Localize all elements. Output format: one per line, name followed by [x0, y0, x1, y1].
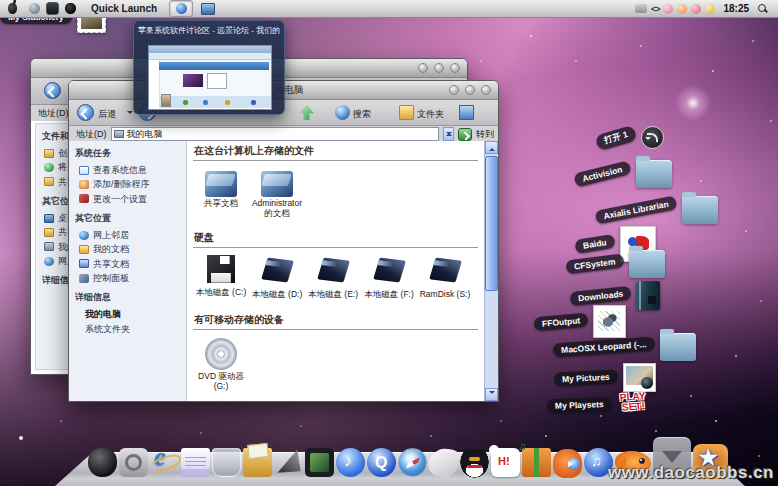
stack-item-label: Downloads	[569, 285, 631, 305]
back-dropdown-icon[interactable]	[127, 111, 133, 117]
dock-icon[interactable]	[398, 448, 427, 477]
drive-item[interactable]: 本地磁盘 (D:)	[249, 254, 305, 300]
dock-icon[interactable]	[212, 448, 241, 477]
dock-icon[interactable]	[460, 449, 489, 478]
stack-item-icon[interactable]	[682, 196, 718, 224]
place-link[interactable]: 共享文档	[69, 257, 186, 271]
window-button-icon[interactable]	[418, 63, 428, 73]
network-globe-icon[interactable]	[29, 3, 40, 14]
dock-icon[interactable]	[274, 448, 303, 477]
stack-item-icon[interactable]: PLAY SET!	[617, 392, 649, 418]
go-button[interactable]	[458, 128, 472, 141]
task-link[interactable]: 更改一个设置	[69, 192, 186, 206]
watermark: www.daocaobbs.cn	[608, 463, 774, 483]
stack-item-icon[interactable]	[641, 126, 664, 149]
apple-menu-icon[interactable]	[8, 3, 17, 14]
browser-globe-icon	[176, 3, 187, 14]
scroll-down-icon[interactable]	[485, 388, 498, 401]
place-link[interactable]: 网上邻居	[69, 228, 186, 242]
drive-item-label: RamDisk (S:)	[417, 290, 473, 300]
stack-item-icon[interactable]	[629, 250, 665, 278]
display-icon[interactable]	[46, 2, 59, 15]
folders-icon[interactable]	[399, 105, 414, 120]
stack-item-icon[interactable]	[636, 160, 672, 188]
dock-icon[interactable]	[181, 448, 210, 477]
spotlight-search-icon[interactable]	[757, 3, 768, 14]
dock-icon[interactable]	[522, 448, 551, 477]
stack-item[interactable]: Axialis Librarian	[595, 196, 718, 224]
window-button-icon[interactable]	[450, 63, 460, 73]
code-brackets-icon[interactable]: <>	[651, 4, 660, 14]
vertical-scrollbar[interactable]	[484, 141, 498, 401]
dock-icon[interactable]	[336, 448, 365, 477]
stack-item[interactable]: Activision	[574, 160, 672, 188]
dvd-drive-icon	[205, 338, 237, 370]
printer-icon[interactable]	[635, 4, 647, 13]
task-icon	[79, 166, 89, 175]
window-button-icon[interactable]	[481, 85, 491, 95]
stack-item-icon[interactable]	[623, 363, 656, 392]
search-label: 搜索	[353, 108, 371, 121]
stack-item[interactable]: My Playsets PLAY SET!	[547, 392, 649, 418]
thumbnail-toolbar	[149, 53, 271, 60]
file-item[interactable]: Administrator 的文档	[249, 167, 305, 219]
scrollbar-track[interactable]	[485, 154, 498, 388]
scrollbar-thumb[interactable]	[485, 156, 498, 291]
up-folder-icon[interactable]	[299, 105, 314, 120]
dock-icon[interactable]	[553, 449, 582, 478]
dock-icon[interactable]	[426, 445, 461, 480]
stack-item[interactable]: My Pictures	[554, 363, 656, 392]
dock-icon[interactable]: H!	[491, 448, 520, 477]
dock-icon[interactable]	[367, 448, 396, 477]
dock-icon[interactable]	[150, 448, 179, 477]
views-icon[interactable]	[459, 105, 474, 120]
stack-item-icon[interactable]	[660, 333, 696, 361]
taskbar-button-my-computer[interactable]	[197, 1, 219, 16]
qq-face-icon-3[interactable]	[691, 4, 701, 14]
address-dropdown-stepper[interactable]	[443, 127, 454, 141]
group-header: 硬盘	[193, 231, 478, 248]
place-label: 控制面板	[93, 273, 129, 283]
drive-item[interactable]: 本地磁盘 (F:)	[361, 254, 417, 300]
qq-face-icon-2[interactable]	[677, 4, 687, 14]
task-label: 添加/删除程序	[93, 179, 150, 189]
dock-icon[interactable]	[88, 448, 117, 477]
stack-item-label: CFSystem	[565, 254, 624, 275]
task-link[interactable]: 查看系统信息	[69, 163, 186, 177]
window-button-icon[interactable]	[449, 85, 459, 95]
playset-icon-text	[629, 249, 665, 252]
stack-item[interactable]: CFSystem	[566, 250, 665, 278]
apple-small-icon[interactable]	[65, 3, 76, 14]
back-button[interactable]	[77, 104, 94, 121]
qq-face-icon-4[interactable]	[705, 4, 715, 14]
file-item[interactable]: 共享文档	[193, 167, 249, 209]
section-header: 系统任务	[69, 141, 186, 163]
stack-item[interactable]: MacOSX Leopard (-...	[553, 333, 696, 361]
dock-icon[interactable]	[243, 448, 272, 477]
drive-item[interactable]: RamDisk (S:)	[417, 254, 473, 300]
removable-item[interactable]: DVD 驱动器 (G:)	[193, 336, 249, 392]
stack-item[interactable]: 打开 1	[596, 126, 664, 149]
window-preview-popup[interactable]: 苹果系统软件讨论区 - 远景论坛 - 我们的	[133, 20, 285, 115]
dock-icon[interactable]	[305, 448, 334, 477]
address-input[interactable]: 我的电脑	[111, 127, 440, 141]
task-link[interactable]: 添加/删除程序	[69, 177, 186, 191]
dock-icon[interactable]	[119, 448, 148, 477]
place-link[interactable]: 控制面板	[69, 271, 186, 285]
scroll-up-icon[interactable]	[485, 141, 498, 154]
drive-item[interactable]: 本地磁盘 (C:)	[193, 254, 249, 298]
qq-face-icon-1[interactable]	[663, 4, 673, 14]
window-button-icon[interactable]	[465, 85, 475, 95]
drive-item[interactable]: 本地磁盘 (E:)	[305, 254, 361, 300]
stack-item-icon[interactable]	[636, 281, 660, 310]
task-icon	[44, 163, 54, 172]
taskbar-button-browser[interactable]	[169, 0, 193, 17]
playset-icon-text	[621, 226, 655, 228]
task-icon	[44, 177, 54, 186]
search-icon[interactable]	[335, 105, 350, 120]
my-computer-window[interactable]: 我的电脑 后退 搜索 文件夹 地址(D) 我的电脑	[68, 80, 499, 402]
place-link[interactable]: 我的文档	[69, 242, 186, 256]
window-button-icon[interactable]	[434, 63, 444, 73]
browser-thumbnail[interactable]	[148, 45, 272, 110]
back-button[interactable]	[44, 82, 61, 99]
